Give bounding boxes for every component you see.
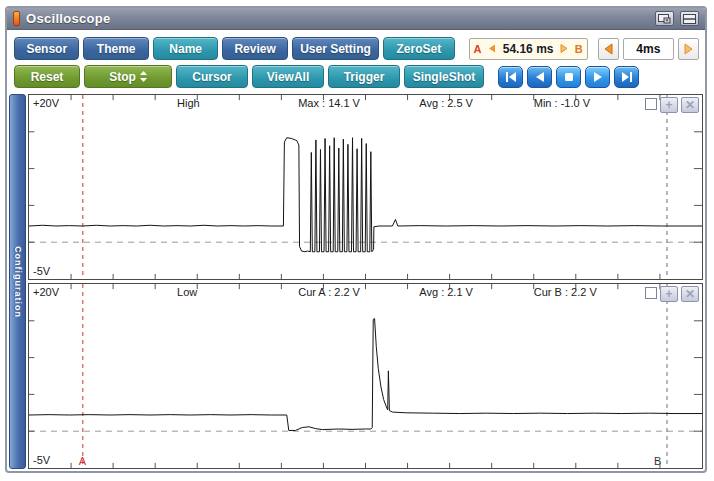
window-title: Oscilloscope [26,11,649,26]
cursor-b-bottom-label[interactable]: B [654,455,661,467]
main-area: Configuration +20V -5V High Max : 14.1 V… [9,94,703,469]
skip-to-start-icon [505,72,517,82]
skip-to-end-icon [621,72,633,82]
singleshot-button[interactable]: SingleShot [404,65,484,88]
stop-button-label: Stop [109,70,136,84]
panel-controls: + ✕ [645,97,699,113]
waveform-trace [29,138,702,252]
playback-play-button[interactable] [585,66,610,88]
stat-cur-a: Cur A : 2.2 V [298,286,360,298]
channel-panels: +20V -5V High Max : 14.1 V Avg : 2.5 V M… [28,94,703,469]
cursor-interval-readout: A 54.16 ms B [469,38,588,60]
cursor-b-marker-icon [560,44,568,53]
split-layout-icon [683,14,696,24]
name-button[interactable]: Name [153,37,218,60]
cursor-a-marker-icon [488,44,496,53]
spinner-arrows-icon [140,71,147,82]
close-panel-button[interactable]: ✕ [681,286,699,302]
user-setting-button[interactable]: User Setting [292,37,379,60]
configuration-tab[interactable]: Configuration [9,94,26,469]
cursor-interval-value: 54.16 ms [503,42,554,56]
split-layout-button[interactable] [680,11,699,26]
timebase-value[interactable]: 4ms [623,38,675,60]
y-max-label: +20V [33,97,59,109]
playback-prev-button[interactable] [527,66,552,88]
stat-min: Min : -1.0 V [534,97,590,109]
channel-name: Low [177,286,197,298]
trigger-button[interactable]: Trigger [328,65,400,88]
playback-stop-button[interactable] [556,66,581,88]
stat-max: Max : 14.1 V [298,97,360,109]
waveform-plot-high [29,95,702,279]
configuration-tab-label: Configuration [13,246,23,318]
theme-button[interactable]: Theme [83,37,148,60]
review-button[interactable]: Review [222,37,287,60]
display-mode-button[interactable] [655,11,674,26]
stat-cur-b: Cur B : 2.2 V [534,286,597,298]
expand-panel-button[interactable]: + [660,97,678,113]
playback-controls [498,66,639,88]
y-max-label: +20V [33,286,59,298]
timebase-increase-button[interactable] [678,38,699,60]
close-panel-button[interactable]: ✕ [681,97,699,113]
zeroset-button[interactable]: ZeroSet [383,37,454,60]
play-icon [593,72,603,82]
channel-panel-high: +20V -5V High Max : 14.1 V Avg : 2.5 V M… [28,94,703,280]
cursor-button[interactable]: Cursor [176,65,248,88]
y-min-label: -5V [33,265,50,277]
left-arrow-icon [603,43,613,55]
timebase-decrease-button[interactable] [598,38,619,60]
expand-panel-button[interactable]: + [660,286,678,302]
panel-controls: + ✕ [645,286,699,302]
reset-button[interactable]: Reset [14,65,80,88]
channel-visibility-checkbox[interactable] [645,287,657,299]
waveform-plot-low [29,284,702,468]
toolbar: Sensor Theme Name Review User Setting Ze… [7,30,705,94]
stop-button[interactable]: Stop [84,65,172,88]
y-min-label: -5V [33,454,50,466]
oscilloscope-window: Oscilloscope Sensor Theme Name Review Us… [5,6,707,473]
app-icon [13,11,20,26]
cursor-a-bottom-label[interactable]: A [79,455,86,467]
channel-panel-low: +20V -5V Low Cur A : 2.2 V Avg : 2.1 V C… [28,283,703,469]
stat-avg: Avg : 2.1 V [419,286,473,298]
viewall-button[interactable]: ViewAll [252,65,324,88]
sensor-button[interactable]: Sensor [14,37,79,60]
title-bar: Oscilloscope [7,8,705,30]
playback-first-button[interactable] [498,66,523,88]
channel-visibility-checkbox[interactable] [645,98,657,110]
display-mode-icon [658,14,671,24]
playback-last-button[interactable] [614,66,639,88]
stat-avg: Avg : 2.5 V [419,97,473,109]
stop-square-icon [564,72,574,82]
channel-name: High [177,97,200,109]
waveform-trace [29,319,702,431]
cursor-a-label: A [474,43,482,55]
cursor-b-label: B [575,43,583,55]
toolbar-row-2: Reset Stop Cursor ViewAll Trigger Single… [14,65,699,88]
step-back-icon [535,72,545,82]
right-arrow-icon [684,43,694,55]
toolbar-row-1: Sensor Theme Name Review User Setting Ze… [14,37,699,60]
